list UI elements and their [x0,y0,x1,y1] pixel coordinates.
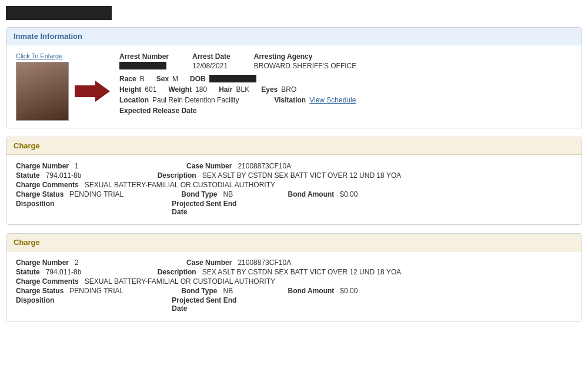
view-schedule-link[interactable]: View Schedule [309,96,356,104]
charge-2-comments-value: SEXUAL BATTERY-FAMILIAL OR CUSTODIAL AUT… [85,277,275,286]
arrest-date-block: Arrest Date 12/08/2021 [192,52,230,70]
expected-release-label: Expected Release Date [119,107,196,115]
charge-2-title: Charge [14,238,40,247]
location-item: Location Paul Rein Detention Facility [119,96,239,104]
charge-2-bond-type-label: Bond Type [181,287,217,295]
location-label: Location [119,96,149,104]
charge-1-description-label: Description [158,171,196,180]
charge-1-bond-amount-label: Bond Amount [288,190,334,198]
arresting-agency-label: Arresting Agency [254,52,357,61]
sex-item: Sex M [156,75,178,83]
charge-2-description-value: SEX ASLT BY CSTDN SEX BATT VICT OVER 12 … [202,268,402,276]
height-value: 601 [145,85,156,94]
charge-1-comments-label: Charge Comments [16,181,79,189]
charge-1-statute-row: Statute 794.011-8b Description SEX ASLT … [16,171,572,180]
charge-2-comments-label: Charge Comments [16,277,79,286]
charge-1-header: Charge [6,137,582,155]
charge-2-disposition-row: Disposition Projected Sent End Date [16,296,572,313]
arrest-row: Arrest Number Arrest Date 12/08/2021 Arr… [119,52,572,70]
charge-1-title: Charge [14,141,40,150]
location-row: Location Paul Rein Detention Facility Vi… [119,96,572,104]
sex-label: Sex [156,75,169,83]
charge-2-header: Charge [6,234,582,251]
charge-2-statute-label: Statute [16,268,40,276]
charge-2-bond-amount-label: Bond Amount [288,287,334,295]
weight-item: Weight 180 [168,85,207,94]
charge-2-card: Charge Charge Number 2 Case Number 21008… [6,233,582,321]
info-column: Arrest Number Arrest Date 12/08/2021 Arr… [119,52,572,115]
charge-2-statute-row: Statute 794.011-8b Description SEX ASLT … [16,268,572,276]
dob-label: DOB [190,75,206,83]
inmate-section-header: Inmate Information [6,28,582,45]
photo-wrapper [16,62,110,121]
charge-1-case-label: Case Number [186,162,232,170]
eyes-item: Eyes BRO [261,85,296,94]
visitation-label: Visitation [274,96,306,104]
weight-value: 180 [195,85,207,94]
charge-2-statute-value: 794.011-8b [46,268,152,276]
arrest-number-block: Arrest Number [119,52,169,70]
charge-1-body: Charge Number 1 Case Number 21008873CF10… [6,155,582,224]
charge-2-case-value: 21008873CF10A [238,258,291,267]
svg-marker-0 [75,81,110,102]
height-item: Height 601 [119,85,156,94]
eyes-value: BRO [281,85,296,94]
charge-1-proj-label: Projected Sent End [172,200,236,208]
visitation-item: Visitation View Schedule [274,96,356,104]
hair-label: Hair [219,85,232,94]
charge-2-number-value: 2 [75,258,181,267]
race-sex-dob-row: Race B Sex M DOB [119,75,572,83]
charge-1-proj-label2: Date [172,208,236,216]
height-weight-row: Height 601 Weight 180 Hair BLK Eyes [119,85,572,94]
charge-1-description-value: SEX ASLT BY CSTDN SEX BATT VICT OVER 12 … [202,171,402,180]
expected-release-item: Expected Release Date [119,107,200,115]
arrest-date-value: 12/08/2021 [192,62,230,70]
charge-2-proj-label: Projected Sent End [172,296,236,304]
sex-value: M [172,75,178,83]
charge-1-status-label: Charge Status [16,190,64,198]
charge-1-status-value: PENDING TRIAL [69,190,175,198]
dob-item: DOB [190,75,256,83]
charge-1-number-label: Charge Number [16,162,69,170]
inmate-section-title: Inmate Information [14,32,82,41]
expected-release-row: Expected Release Date [119,107,572,115]
top-bar: REDACTED [6,6,112,20]
charge-2-status-bond-row: Charge Status PENDING TRIAL Bond Type NB… [16,287,572,295]
charge-1-bond-type-label: Bond Type [181,190,217,198]
details-rows: Race B Sex M DOB [119,75,572,115]
charge-2-bond-type-value: NB [223,287,282,295]
arresting-agency-value: BROWARD SHERIFF'S OFFICE [254,62,357,70]
charge-2-bond-amount-value: $0.00 [340,287,358,295]
eyes-label: Eyes [261,85,278,94]
location-value: Paul Rein Detention Facility [152,96,239,104]
arresting-agency-block: Arresting Agency BROWARD SHERIFF'S OFFIC… [254,52,357,70]
arrest-number-value [119,62,169,70]
arrest-date-label: Arrest Date [192,52,230,61]
charge-2-disposition-label: Disposition [16,296,54,304]
charge-1-card: Charge Charge Number 1 Case Number 21008… [6,137,582,225]
inmate-info-card: Inmate Information Click To Enlarge [6,27,582,128]
weight-label: Weight [168,85,192,94]
charge-1-disposition-row: Disposition Projected Sent End Date [16,200,572,216]
hair-value: BLK [236,85,250,94]
dob-value [209,75,256,83]
photo-placeholder [16,62,68,120]
charge-1-bond-amount-value: $0.00 [340,190,358,198]
click-to-enlarge[interactable]: Click To Enlarge [16,52,62,59]
charge-2-body: Charge Number 2 Case Number 21008873CF10… [6,251,582,321]
photo-column: Click To Enlarge [16,52,110,121]
charge-1-status-bond-row: Charge Status PENDING TRIAL Bond Type NB… [16,190,572,198]
hair-item: Hair BLK [219,85,249,94]
charge-2-number-label: Charge Number [16,258,69,267]
charge-2-proj-label2: Date [172,304,236,313]
charge-1-number-case-row: Charge Number 1 Case Number 21008873CF10… [16,162,572,170]
charge-1-bond-type-value: NB [223,190,282,198]
charge-1-case-value: 21008873CF10A [238,162,291,170]
arrow-icon [75,81,110,102]
arrest-number-label: Arrest Number [119,52,169,61]
charge-2-case-label: Case Number [186,258,232,267]
race-item: Race B [119,75,145,83]
inmate-photo[interactable] [16,62,69,121]
race-label: Race [119,75,136,83]
inmate-section-body: Click To Enlarge [6,45,582,128]
